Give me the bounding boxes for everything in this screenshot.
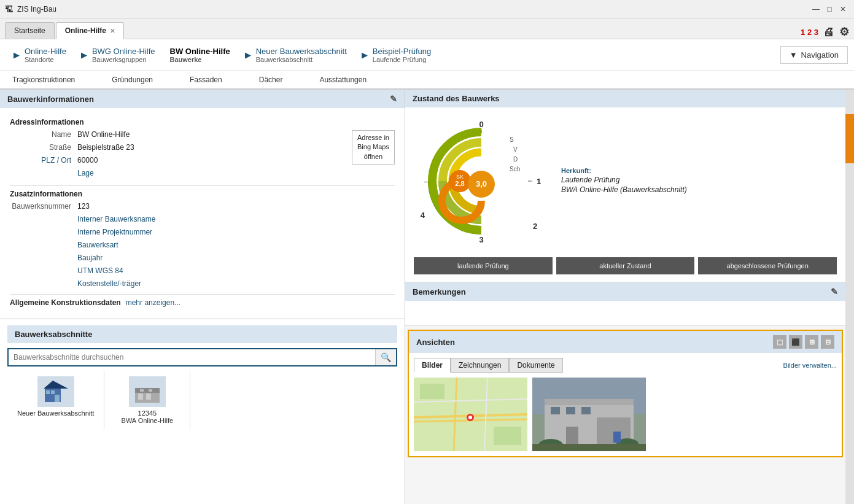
sec-nav-grundungen[interactable]: Gründungen [112,73,153,87]
maximize-button[interactable]: □ [823,3,836,15]
street-row: Straße Beispielstraße 23 [10,143,134,154]
bauwerks-info-edit-icon[interactable]: ✎ [390,94,397,104]
ans-tab-group: Bilder Zeichnungen Dokumente [414,358,563,373]
nav-dropdown-icon: ▼ [790,50,798,60]
zustand-section: Zustand des Bauwerks [405,90,845,282]
main-content: Bauwerkinformationen ✎ Adressinformation… [0,90,854,504]
breadcrumb-sub-1: Bauwerksgruppen [92,56,155,63]
svg-text:V: V [513,146,518,153]
breadcrumb-item-3[interactable]: ▶ Neuer Bauwerksabschnitt Bauwerksabschn… [238,44,354,66]
utm-row: UTM WGS 84 [10,266,395,277]
breadcrumb-item-4[interactable]: ▶ Beispiel-Prüfung Laufende Prüfung [354,44,438,66]
search-icon[interactable]: 🔍 [375,349,396,365]
tab-bilder[interactable]: Bilder [414,358,451,373]
svg-rect-45 [581,407,591,414]
gear-icon[interactable]: ⚙ [839,25,849,39]
print-icon[interactable]: 🖨 [823,26,834,39]
building-icon-0 [44,379,68,404]
tab-zeichnungen[interactable]: Zeichnungen [451,358,509,373]
herkunft-line2: BWA Online-Hilfe (Bauwerksabschnitt) [561,185,837,194]
interner-name-link[interactable]: Interner Bauwerksname [77,215,155,223]
map-thumbnail[interactable] [414,378,527,451]
mehr-link[interactable]: mehr anzeigen... [126,298,181,307]
minimize-button[interactable]: — [810,3,822,15]
tab-group: Startseite Online-Hilfe ✕ [5,22,124,39]
building-svg [532,378,646,451]
navigation-button[interactable]: ▼ Navigation [780,46,848,64]
svg-text:D: D [513,156,518,163]
baujahr-row: Baujahr [10,254,395,265]
bauwerks-info-content: Adressinformationen Name BW Online-Hilfe… [0,108,405,319]
ansichten-icon-3[interactable]: ⊞ [805,335,818,349]
bwa-item-1[interactable]: 12345 BWA Online-Hilfe [104,371,190,429]
aktueller-zustand-button[interactable]: aktueller Zustand [556,257,695,274]
lage-link[interactable]: Lage [77,169,94,177]
zustand-content: 0 1 2 3 4 – S V D Sch SK 2, [405,107,845,257]
sec-nav-ausstattungen[interactable]: Ausstattungen [319,73,367,87]
tab-close-icon[interactable]: ✕ [110,28,115,34]
svg-text:Sch: Sch [510,166,520,173]
bing-maps-button[interactable]: Adresse in Bing Maps öffnen [352,130,395,165]
divider-2 [10,294,395,295]
breadcrumb-title-2: BW Online-Hilfe [170,47,230,56]
sec-nav-tragkonstruktionen[interactable]: Tragkonstruktionen [12,73,75,87]
kostenstelle-link[interactable]: Kostenstelle/-träger [77,279,141,288]
bilder-verwalten-link[interactable]: Bilder verwalten... [783,362,837,369]
abgeschlossene-prufungen-button[interactable]: abgeschlossene Prüfungen [698,257,837,274]
bemerkungen-header: Bemerkungen ✎ [405,282,845,301]
chart-info: Herkunft: Laufende Prüfung BWA Online-Hi… [561,167,837,195]
svg-text:4: 4 [421,211,425,220]
bauwerksabschnitte-section: Bauwerksabschnitte 🔍 [0,319,405,435]
street-value: Beispielstraße 23 [77,143,134,152]
breadcrumb-title-1: BWG Online-Hilfe [92,47,155,56]
svg-rect-8 [146,394,151,400]
bemerkungen-section: Bemerkungen ✎ [405,282,845,326]
svg-text:3,0: 3,0 [476,179,487,188]
svg-rect-49 [613,432,621,443]
interner-project-link[interactable]: Interne Projektnummer [77,228,152,236]
zustand-header: Zustand des Bauwerks [405,90,845,107]
ansichten-section: Ansichten ⬚ ⬛ ⊞ ⊟ Bilder Zeichnungen Dok… [408,330,843,457]
plz-label[interactable]: PLZ / Ort [10,156,77,165]
interner-project-row: Interne Projektnummer [10,228,395,239]
breadcrumb-items: ▶ Online-Hilfe Standorte ▶ BWG Online-Hi… [6,44,438,66]
bauwerksnummer-value: 123 [77,202,90,211]
breadcrumb-arrow-0: ▶ [14,50,20,60]
tab-online-hilfe[interactable]: Online-Hilfe ✕ [56,22,124,39]
ansichten-tabs: Bilder Zeichnungen Dokumente Bilder verw… [409,353,842,373]
bauwerksnummer-label: Bauwerksnummer [10,202,77,211]
bwa-item-0[interactable]: Neuer Bauwerksabschnitt [7,371,104,429]
breadcrumb-item-0[interactable]: ▶ Online-Hilfe Standorte [6,44,74,66]
baujahr-link[interactable]: Baujahr [77,254,103,262]
sec-nav-fassaden[interactable]: Fassaden [190,73,222,87]
bauwerksart-link[interactable]: Bauwerksart [77,241,118,249]
breadcrumb-item-1[interactable]: ▶ BWG Online-Hilfe Bauwerksgruppen [74,44,163,66]
breadcrumb-arrow-3: ▶ [245,50,251,60]
konstruktion-row: Allgemeine Konstruktionsdaten mehr anzei… [10,298,395,309]
breadcrumb-item-2[interactable]: BW Online-Hilfe Bauwerke [163,44,238,66]
svg-text:0: 0 [479,120,483,129]
bemerkungen-edit-icon[interactable]: ✎ [831,287,838,297]
building-thumbnail[interactable] [532,378,646,451]
tab-dokumente[interactable]: Dokumente [509,358,562,373]
ansichten-icon-4[interactable]: ⊟ [821,335,834,349]
bauwerks-info-section: Bauwerkinformationen ✎ Adressinformation… [0,90,405,319]
laufende-prufung-button[interactable]: laufende Prüfung [414,257,553,274]
ansichten-icons: ⬚ ⬛ ⊞ ⊟ [773,335,834,349]
address-subsection-title: Adressinformationen [10,118,395,126]
ansichten-icon-2[interactable]: ⬛ [789,335,802,349]
counter-text: 1 2 3 [801,28,818,37]
close-button[interactable]: ✕ [837,3,849,15]
svg-rect-9 [140,389,144,392]
sec-nav-dacher[interactable]: Dächer [259,73,283,87]
breadcrumb-text-3: Neuer Bauwerksabschnitt Bauwerksabschnit… [256,47,347,63]
svg-text:1: 1 [537,177,541,186]
bwa-header: Bauwerksabschnitte [7,325,397,343]
utm-link[interactable]: UTM WGS 84 [77,266,123,275]
bauwerksnummer-row: Bauwerksnummer 123 [10,202,395,213]
tab-startseite[interactable]: Startseite [5,22,55,39]
ansichten-icon-1[interactable]: ⬚ [773,335,786,349]
bwa-search-input[interactable] [9,349,375,365]
main-scrollbar[interactable] [845,90,854,504]
zustand-title: Zustand des Bauwerks [413,94,500,103]
